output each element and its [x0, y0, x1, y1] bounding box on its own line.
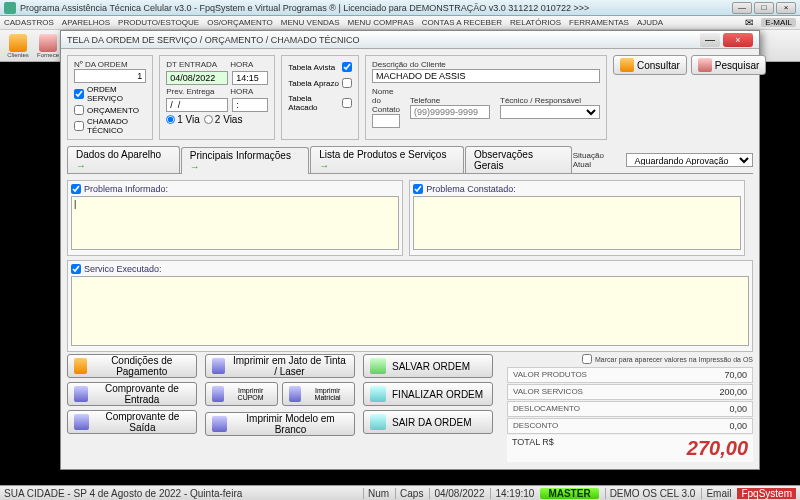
ta-problema-informado[interactable]: | [71, 196, 399, 250]
order-dialog: TELA DA ORDEM DE SERVIÇO / ORÇAMENTO / C… [60, 30, 760, 470]
ta-servico-executado[interactable] [71, 276, 749, 346]
status-num: Num [363, 488, 389, 499]
btn-comp-entrada[interactable]: Comprovante de Entrada [67, 382, 197, 406]
chk-prob-informado[interactable] [71, 184, 81, 194]
tabs: Dados do Aparelho → Principais Informaçõ… [67, 146, 753, 174]
totals-panel: Marcar para aparecer valores na Impressã… [507, 354, 753, 463]
status-email[interactable]: Email [701, 488, 731, 499]
telefone-input[interactable] [410, 105, 490, 119]
menu-aparelhos[interactable]: APARELHOS [62, 18, 110, 27]
menu-produto[interactable]: PRODUTO/ESTOQUE [118, 18, 199, 27]
prev-hora-input[interactable] [232, 98, 268, 112]
menu-ferramentas[interactable]: FERRAMENTAS [569, 18, 629, 27]
tool-clientes[interactable]: Clientes [4, 32, 32, 60]
btn-sair-ordem[interactable]: SAIR DA ORDEM [363, 410, 493, 434]
chk-aprazo[interactable] [342, 78, 352, 88]
radio-2vias[interactable] [204, 115, 213, 124]
menu-os[interactable]: OS/ORÇAMENTO [207, 18, 273, 27]
valor-servicos: 200,00 [719, 387, 747, 397]
close-button[interactable]: × [776, 2, 796, 14]
ordem-input[interactable] [74, 69, 146, 83]
ordem-label: Nº DA ORDEM [74, 60, 146, 69]
tool-fornece[interactable]: Fornece [34, 32, 62, 60]
chk-atacado[interactable] [342, 98, 352, 108]
chk-marcar-valores[interactable] [582, 354, 592, 364]
cliente-input[interactable] [372, 69, 600, 83]
btn-imprimir-jato[interactable]: Imprimir em Jato de Tinta / Laser [205, 354, 355, 378]
chk-chamado[interactable] [74, 121, 84, 131]
btn-matricial[interactable]: Imprimir Matricial [282, 382, 355, 406]
tab-dados-aparelho[interactable]: Dados do Aparelho → [67, 146, 180, 173]
tab-lista-produtos[interactable]: Lista de Produtos e Serviços → [310, 146, 464, 173]
menu-relatorios[interactable]: RELATÓRIOS [510, 18, 561, 27]
dialog-title: TELA DA ORDEM DE SERVIÇO / ORÇAMENTO / C… [67, 35, 700, 45]
status-fpq[interactable]: FpqSystem [737, 488, 796, 499]
btn-comp-saida[interactable]: Comprovante de Saída [67, 410, 197, 434]
status-local: SUA CIDADE - SP 4 de Agosto de 2022 - Qu… [4, 488, 242, 499]
valor-deslocamento: 0,00 [729, 404, 747, 414]
chk-avista[interactable] [342, 62, 352, 72]
dialog-minimize-button[interactable]: — [700, 33, 720, 47]
menu-ajuda[interactable]: AJUDA [637, 18, 663, 27]
situacao-select[interactable]: Aguardando Aprovação [626, 153, 753, 167]
chk-orcamento[interactable] [74, 105, 84, 115]
arrow-icon: → [319, 160, 329, 171]
tab-principais-info[interactable]: Principais Informações → [181, 147, 309, 174]
arrow-icon: → [190, 161, 200, 172]
flag-icon [370, 386, 386, 402]
menu-compras[interactable]: MENU COMPRAS [348, 18, 414, 27]
pesquisar-button[interactable]: Pesquisar [691, 55, 766, 75]
app-title: Programa Assistência Técnica Celular v3.… [20, 3, 732, 13]
menu-cadastros[interactable]: CADASTROS [4, 18, 54, 27]
menu-contas[interactable]: CONTAS A RECEBER [422, 18, 502, 27]
valor-produtos: 70,00 [724, 370, 747, 380]
consultar-button[interactable]: Consultar [613, 55, 687, 75]
btn-condicoes[interactable]: Condições de Pagamento [67, 354, 197, 378]
btn-cupom[interactable]: Imprimir CUPOM [205, 382, 278, 406]
tecnico-select[interactable] [500, 105, 600, 119]
btn-finalizar-ordem[interactable]: FINALIZAR ORDEM [363, 382, 493, 406]
status-demo: DEMO OS CEL 3.0 [605, 488, 696, 499]
status-caps: Caps [395, 488, 423, 499]
status-date: 04/08/2022 [429, 488, 484, 499]
group-datas: DT ENTRADAHORA Prev. EntregaHORA 1 Via 2… [159, 55, 275, 140]
statusbar: SUA CIDADE - SP 4 de Agosto de 2022 - Qu… [0, 485, 800, 500]
panel-servico-executado: Servico Executado: [67, 260, 753, 352]
people-icon [9, 34, 27, 52]
group-tabelas: Tabela Avista Tabela Aprazo Tabela Ataca… [281, 55, 359, 140]
minimize-button[interactable]: — [732, 2, 752, 14]
contato-input[interactable] [372, 114, 400, 128]
chk-prob-constatado[interactable] [413, 184, 423, 194]
dialog-close-button[interactable]: × [723, 33, 753, 47]
group-search-buttons: Consultar Pesquisar [613, 55, 753, 140]
btn-modelo-branco[interactable]: Imprimir Modelo em Branco [205, 412, 355, 436]
printer-icon [212, 416, 227, 432]
menu-vendas[interactable]: MENU VENDAS [281, 18, 340, 27]
ta-problema-constatado[interactable] [413, 196, 741, 250]
check-icon [370, 358, 386, 374]
supplier-icon [39, 34, 57, 52]
radio-1via[interactable] [166, 115, 175, 124]
arrow-icon: → [76, 160, 86, 171]
printer-icon [74, 414, 89, 430]
printer-icon [289, 386, 301, 402]
email-label[interactable]: E-MAIL [761, 18, 796, 27]
panel-problema-informado: Problema Informado: | [67, 180, 403, 256]
tab-observacoes[interactable]: Observações Gerais [465, 146, 572, 173]
group-cliente: Descrição do Cliente Nome do Contato Tel… [365, 55, 607, 140]
receipt-icon [212, 386, 224, 402]
prev-date-input[interactable] [166, 98, 228, 112]
entrada-date-input[interactable] [166, 71, 228, 85]
chk-ordem-servico[interactable] [74, 89, 84, 99]
status-master: MASTER [540, 488, 598, 499]
dialog-titlebar: TELA DA ORDEM DE SERVIÇO / ORÇAMENTO / C… [61, 31, 759, 49]
group-ordem: Nº DA ORDEM ORDEM SERVIÇO ORÇAMENTO CHAM… [67, 55, 153, 140]
printer-icon [212, 358, 225, 374]
valor-desconto: 0,00 [729, 421, 747, 431]
btn-salvar-ordem[interactable]: SALVAR ORDEM [363, 354, 493, 378]
mail-icon: ✉ [745, 17, 753, 28]
chk-servico-exec[interactable] [71, 264, 81, 274]
maximize-button[interactable]: □ [754, 2, 774, 14]
search-icon [620, 58, 634, 72]
entrada-hora-input[interactable] [232, 71, 268, 85]
